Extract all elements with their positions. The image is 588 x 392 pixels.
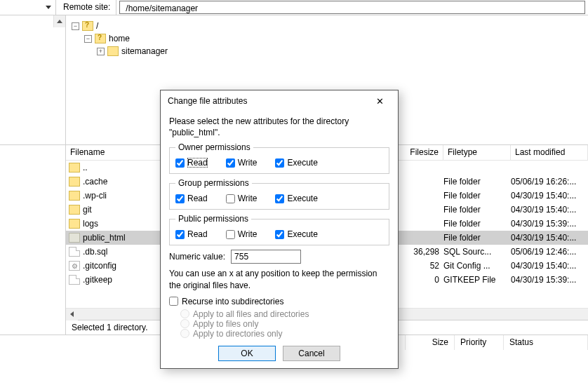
recurse-checkbox[interactable] xyxy=(169,297,178,306)
apply-dirs-radio xyxy=(180,329,189,338)
file-size: 0 xyxy=(394,275,443,285)
file-icon xyxy=(69,247,80,257)
folder-icon xyxy=(107,46,119,56)
folder-icon xyxy=(69,205,80,215)
dialog-titlebar[interactable]: Change file attributes ✕ xyxy=(161,90,398,111)
file-modified: 04/30/19 15:39:... xyxy=(511,275,588,285)
status-text: Selected 1 directory. xyxy=(66,320,154,334)
scroll-up-icon[interactable] xyxy=(53,15,65,27)
group-legend: Group permissions xyxy=(175,178,252,188)
file-size: 36,298 xyxy=(394,247,443,257)
file-icon xyxy=(69,275,80,285)
file-size: 52 xyxy=(394,261,443,271)
col-filesize[interactable]: Filesize xyxy=(394,145,443,160)
numeric-value-label: Numeric value: xyxy=(169,252,225,262)
apply-files-radio xyxy=(180,319,189,328)
folder-icon xyxy=(69,163,80,173)
file-modified: 04/30/19 15:40:... xyxy=(511,233,588,243)
owner-permissions-group: Owner permissions Read Write Execute xyxy=(169,142,389,174)
public-legend: Public permissions xyxy=(175,214,251,224)
file-type: File folder xyxy=(443,233,511,243)
numeric-value-input[interactable] xyxy=(231,250,301,264)
folder-icon xyxy=(69,219,80,229)
public-permissions-group: Public permissions Read Write Execute xyxy=(169,214,389,245)
col-modified[interactable]: Last modified xyxy=(511,145,588,160)
file-modified: 04/30/19 15:39:... xyxy=(511,219,588,229)
folder-icon xyxy=(69,177,80,187)
file-modified: 04/30/19 15:40:... xyxy=(511,205,588,215)
tree-home[interactable]: home xyxy=(109,34,130,43)
folder-muted-icon xyxy=(69,233,80,243)
group-permissions-group: Group permissions Read Write Execute xyxy=(169,178,389,210)
dialog-title: Change file attributes xyxy=(168,96,367,106)
remote-path-input[interactable]: /home/sitemanager xyxy=(119,1,585,14)
close-icon[interactable]: ✕ xyxy=(367,93,392,109)
recurse-label[interactable]: Recurse into subdirectories xyxy=(182,297,283,306)
folder-icon xyxy=(95,34,106,43)
owner-read-checkbox[interactable]: Read xyxy=(175,158,208,168)
tree-collapse-icon[interactable]: − xyxy=(84,35,92,43)
public-read-checkbox[interactable]: Read xyxy=(175,229,208,239)
tree-expand-icon[interactable]: + xyxy=(97,48,105,55)
apply-all-label: Apply to all files and directories xyxy=(193,309,309,319)
scroll-left-icon[interactable] xyxy=(66,309,78,320)
file-modified: 05/06/19 16:26:... xyxy=(511,177,588,187)
chevron-down-icon xyxy=(46,6,51,9)
tree-collapse-icon[interactable]: − xyxy=(72,22,79,30)
numeric-hint: You can use an x at any position to keep… xyxy=(169,268,389,290)
remote-site-bar: Remote site: /home/sitemanager xyxy=(0,0,588,15)
file-modified: 04/30/19 15:40:... xyxy=(511,191,588,201)
left-tree-stub xyxy=(0,15,66,144)
file-type: File folder xyxy=(443,205,511,215)
group-read-checkbox[interactable]: Read xyxy=(175,194,208,203)
left-files-stub xyxy=(0,145,66,320)
group-execute-checkbox[interactable]: Execute xyxy=(275,194,317,203)
public-execute-checkbox[interactable]: Execute xyxy=(275,229,317,239)
apply-files-label: Apply to files only xyxy=(193,319,258,329)
public-write-checkbox[interactable]: Write xyxy=(226,229,258,239)
queue-col-status[interactable]: Status xyxy=(504,335,588,350)
file-type: File folder xyxy=(443,191,511,201)
apply-all-radio xyxy=(180,309,189,318)
file-type: Git Config ... xyxy=(443,261,511,271)
apply-dirs-label: Apply to directories only xyxy=(193,329,282,339)
file-modified: 04/30/19 15:40:... xyxy=(511,261,588,271)
owner-write-checkbox[interactable]: Write xyxy=(226,158,258,168)
gear-icon xyxy=(69,261,80,271)
queue-col-size[interactable]: Size xyxy=(406,335,455,350)
dialog-intro: Please select the new attributes for the… xyxy=(169,116,389,138)
file-type: GITKEEP File xyxy=(443,275,511,285)
file-type: SQL Sourc... xyxy=(443,247,511,257)
tree-root[interactable]: / xyxy=(96,21,98,31)
folder-icon xyxy=(82,21,93,31)
folder-icon xyxy=(69,191,80,201)
group-write-checkbox[interactable]: Write xyxy=(226,194,258,203)
file-modified: 05/06/19 12:46:... xyxy=(511,247,588,257)
col-filetype[interactable]: Filetype xyxy=(443,145,511,160)
cancel-button[interactable]: Cancel xyxy=(283,346,340,361)
file-type: File folder xyxy=(443,219,511,229)
change-file-attributes-dialog: Change file attributes ✕ Please select t… xyxy=(160,90,399,369)
queue-col-priority[interactable]: Priority xyxy=(455,335,504,350)
remote-site-label: Remote site: xyxy=(56,0,116,15)
file-type: File folder xyxy=(443,177,511,187)
owner-legend: Owner permissions xyxy=(175,142,253,152)
dropdown-stub[interactable] xyxy=(0,0,56,15)
ok-button[interactable]: OK xyxy=(218,346,276,361)
tree-sitemanager[interactable]: sitemanager xyxy=(121,46,168,56)
owner-execute-checkbox[interactable]: Execute xyxy=(275,158,317,168)
